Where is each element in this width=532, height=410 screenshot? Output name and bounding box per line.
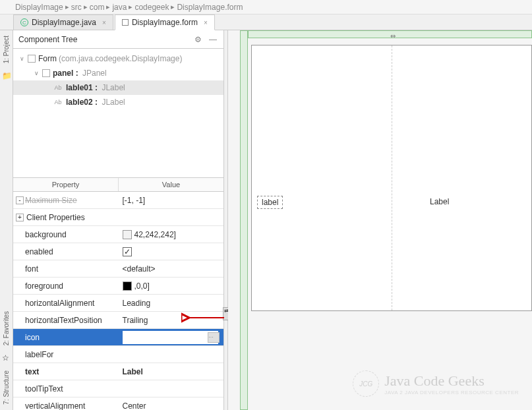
prop-font[interactable]: font <default> bbox=[13, 260, 223, 278]
column-property: Property bbox=[13, 178, 119, 191]
form-icon bbox=[122, 19, 129, 26]
tree-node-lable01[interactable]: Ab lable01 : JLabel bbox=[13, 80, 223, 95]
property-table: - Maximum Size [-1, -1] + Client Propert… bbox=[13, 192, 223, 410]
column-value: Value bbox=[119, 178, 223, 191]
label-icon: Ab bbox=[53, 83, 63, 92]
design-label01[interactable]: label bbox=[257, 196, 283, 209]
breadcrumb: DisplayImage ▸ src ▸ com ▸ java ▸ codege… bbox=[0, 0, 532, 15]
browse-icon[interactable]: … bbox=[208, 332, 220, 343]
tab-label: DisplayImage.form bbox=[132, 18, 198, 27]
tool-window-bar-left: 1: Project 📁 2: Favorites ☆ 7: Structure bbox=[0, 30, 13, 410]
close-icon[interactable]: × bbox=[102, 19, 106, 26]
component-tree-panel: Component Tree ⚙ — ∨ Form(com.java.codeg… bbox=[13, 30, 224, 410]
prop-maximum-size[interactable]: - Maximum Size [-1, -1] bbox=[13, 192, 223, 209]
prop-background[interactable]: background 42,242,242] bbox=[13, 226, 223, 243]
component-tree: ∨ Form(com.java.codegeek.DisplayImage) ∨… bbox=[13, 49, 223, 177]
collapse-icon[interactable]: - bbox=[16, 196, 24, 204]
prop-icon[interactable]: icon … bbox=[13, 329, 223, 346]
ruler-horizontal: ⇔ bbox=[248, 30, 532, 38]
folder-icon: 📁 bbox=[2, 71, 11, 80]
tab-label: DisplayImage.java bbox=[32, 18, 96, 27]
icon-value-input[interactable] bbox=[123, 331, 219, 344]
sidebar-tab-project[interactable]: 1: Project bbox=[3, 30, 10, 69]
watermark: JCG Java Code Geeks JAVA 2 JAVA DEVELOPE… bbox=[353, 370, 519, 397]
sidebar-tab-favorites[interactable]: 2: Favorites bbox=[3, 306, 10, 351]
java-class-icon: C bbox=[20, 18, 28, 26]
chevron-down-icon[interactable]: ∨ bbox=[33, 70, 40, 76]
minimize-icon[interactable]: — bbox=[209, 35, 218, 44]
form-designer[interactable]: ⇔ label Label JCG Java Code Geeks JAVA 2… bbox=[228, 30, 532, 410]
color-swatch bbox=[123, 230, 132, 239]
close-icon[interactable]: × bbox=[204, 19, 208, 26]
chevron-down-icon[interactable]: ∨ bbox=[18, 55, 25, 62]
prop-foreground[interactable]: foreground ,0,0] bbox=[13, 278, 223, 295]
tree-node-form[interactable]: ∨ Form(com.java.codegeek.DisplayImage) bbox=[13, 51, 223, 66]
watermark-badge: JCG bbox=[353, 370, 379, 397]
prop-client-properties[interactable]: + Client Properties bbox=[13, 209, 223, 226]
tree-node-lable02[interactable]: Ab lable02 : JLabel bbox=[13, 95, 223, 109]
grid-line bbox=[392, 45, 392, 310]
prop-tooltip-text[interactable]: toolTipText bbox=[13, 380, 223, 397]
annotation-arrow bbox=[181, 308, 227, 327]
checkbox[interactable] bbox=[42, 69, 50, 77]
panel-title: Component Tree bbox=[18, 35, 77, 44]
editor-tabs: C DisplayImage.java × DisplayImage.form … bbox=[0, 15, 532, 30]
tree-node-panel[interactable]: ∨ panel : JPanel bbox=[13, 66, 223, 80]
star-icon: ☆ bbox=[2, 353, 11, 363]
design-label02[interactable]: Label bbox=[430, 197, 449, 206]
panel-header: Component Tree ⚙ — bbox=[13, 30, 223, 49]
checkbox[interactable] bbox=[28, 55, 36, 63]
expand-icon[interactable]: + bbox=[16, 214, 24, 221]
color-swatch bbox=[123, 281, 132, 291]
checkbox-checked[interactable]: ✓ bbox=[123, 247, 132, 256]
sidebar-tab-structure[interactable]: 7: Structure bbox=[3, 365, 10, 410]
prop-text[interactable]: text Label bbox=[13, 363, 223, 380]
gear-icon[interactable]: ⚙ bbox=[194, 35, 204, 44]
prop-label-for[interactable]: labelFor bbox=[13, 346, 223, 363]
tab-displayimage-form[interactable]: DisplayImage.form × bbox=[115, 15, 215, 30]
tab-displayimage-java[interactable]: C DisplayImage.java × bbox=[13, 15, 113, 30]
prop-vertical-alignment[interactable]: verticalAlignment Center bbox=[13, 397, 223, 410]
design-canvas[interactable]: label Label bbox=[251, 45, 532, 311]
ruler-vertical bbox=[240, 30, 248, 410]
resize-handle-icon[interactable]: ⇔ bbox=[390, 32, 396, 40]
label-icon: Ab bbox=[53, 98, 63, 107]
prop-enabled[interactable]: enabled ✓ bbox=[13, 243, 223, 260]
property-table-header: Property Value bbox=[13, 177, 223, 192]
